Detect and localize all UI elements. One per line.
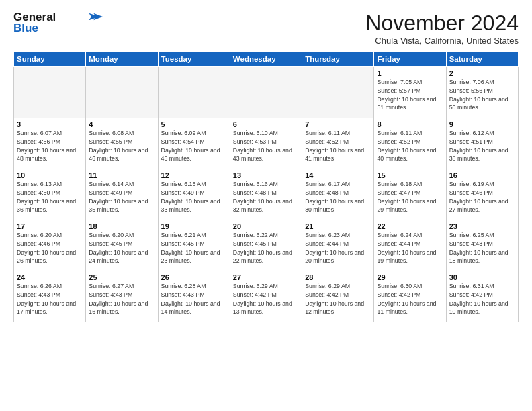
calendar-cell: 8Sunrise: 6:11 AM Sunset: 4:52 PM Daylig…	[374, 118, 446, 169]
calendar-cell: 15Sunrise: 6:18 AM Sunset: 4:47 PM Dayli…	[374, 169, 446, 220]
calendar-cell: 13Sunrise: 6:16 AM Sunset: 4:48 PM Dayli…	[230, 169, 302, 220]
title-block: November 2024 Chula Vista, California, U…	[365, 11, 519, 46]
day-info: Sunrise: 6:21 AM Sunset: 4:45 PM Dayligh…	[161, 231, 227, 265]
calendar-cell: 12Sunrise: 6:15 AM Sunset: 4:49 PM Dayli…	[158, 169, 230, 220]
day-number: 19	[161, 222, 227, 230]
day-number: 20	[233, 222, 299, 230]
day-info: Sunrise: 6:29 AM Sunset: 4:42 PM Dayligh…	[305, 282, 371, 316]
day-number: 30	[449, 273, 515, 281]
location: Chula Vista, California, United States	[365, 36, 519, 46]
day-info: Sunrise: 6:16 AM Sunset: 4:48 PM Dayligh…	[233, 180, 299, 214]
logo-icon	[87, 12, 103, 21]
calendar-cell: 19Sunrise: 6:21 AM Sunset: 4:45 PM Dayli…	[158, 220, 230, 271]
day-info: Sunrise: 6:26 AM Sunset: 4:43 PM Dayligh…	[17, 282, 83, 316]
day-info: Sunrise: 6:30 AM Sunset: 4:42 PM Dayligh…	[377, 282, 443, 316]
day-number: 29	[377, 273, 443, 281]
calendar-cell: 2Sunrise: 7:06 AM Sunset: 5:56 PM Daylig…	[446, 67, 518, 118]
day-number: 10	[17, 171, 83, 179]
calendar-cell: 7Sunrise: 6:11 AM Sunset: 4:52 PM Daylig…	[302, 118, 374, 169]
day-info: Sunrise: 6:25 AM Sunset: 4:43 PM Dayligh…	[449, 231, 515, 265]
day-info: Sunrise: 6:28 AM Sunset: 4:43 PM Dayligh…	[161, 282, 227, 316]
calendar-cell: 17Sunrise: 6:20 AM Sunset: 4:46 PM Dayli…	[14, 220, 86, 271]
logo-blue: Blue	[13, 21, 38, 35]
calendar-cell: 30Sunrise: 6:31 AM Sunset: 4:42 PM Dayli…	[446, 271, 518, 322]
day-number: 18	[89, 222, 154, 230]
calendar-cell: 14Sunrise: 6:17 AM Sunset: 4:48 PM Dayli…	[302, 169, 374, 220]
calendar-cell: 16Sunrise: 6:19 AM Sunset: 4:46 PM Dayli…	[446, 169, 518, 220]
day-number: 21	[305, 222, 371, 230]
calendar-cell	[230, 67, 302, 118]
month-title: November 2024	[365, 11, 519, 36]
day-info: Sunrise: 6:07 AM Sunset: 4:56 PM Dayligh…	[17, 129, 83, 163]
day-info: Sunrise: 6:27 AM Sunset: 4:43 PM Dayligh…	[89, 282, 154, 316]
day-number: 6	[233, 120, 299, 128]
day-info: Sunrise: 6:10 AM Sunset: 4:53 PM Dayligh…	[233, 129, 299, 163]
week-row-2: 3Sunrise: 6:07 AM Sunset: 4:56 PM Daylig…	[14, 118, 519, 169]
day-number: 5	[161, 120, 227, 128]
day-number: 16	[449, 171, 515, 179]
calendar-cell: 26Sunrise: 6:28 AM Sunset: 4:43 PM Dayli…	[158, 271, 230, 322]
week-row-4: 17Sunrise: 6:20 AM Sunset: 4:46 PM Dayli…	[14, 220, 519, 271]
day-info: Sunrise: 6:31 AM Sunset: 4:42 PM Dayligh…	[449, 282, 515, 316]
day-info: Sunrise: 6:13 AM Sunset: 4:50 PM Dayligh…	[17, 180, 83, 214]
day-number: 23	[449, 222, 515, 230]
day-number: 22	[377, 222, 443, 230]
calendar-cell: 3Sunrise: 6:07 AM Sunset: 4:56 PM Daylig…	[14, 118, 86, 169]
calendar-cell: 28Sunrise: 6:29 AM Sunset: 4:42 PM Dayli…	[302, 271, 374, 322]
calendar-cell	[14, 67, 86, 118]
logo: General Blue	[13, 11, 103, 35]
calendar-cell	[86, 67, 158, 118]
week-row-5: 24Sunrise: 6:26 AM Sunset: 4:43 PM Dayli…	[14, 271, 519, 322]
calendar-cell: 1Sunrise: 7:05 AM Sunset: 5:57 PM Daylig…	[374, 67, 446, 118]
header: General Blue November 2024 Chula Vista, …	[13, 11, 519, 46]
day-info: Sunrise: 6:18 AM Sunset: 4:47 PM Dayligh…	[377, 180, 443, 214]
day-number: 24	[17, 273, 83, 281]
day-number: 8	[377, 120, 443, 128]
col-wednesday: Wednesday	[230, 52, 302, 67]
day-info: Sunrise: 6:12 AM Sunset: 4:51 PM Dayligh…	[449, 129, 515, 163]
day-info: Sunrise: 6:15 AM Sunset: 4:49 PM Dayligh…	[161, 180, 227, 214]
day-info: Sunrise: 6:09 AM Sunset: 4:54 PM Dayligh…	[161, 129, 227, 163]
day-info: Sunrise: 7:06 AM Sunset: 5:56 PM Dayligh…	[449, 78, 515, 112]
day-number: 14	[305, 171, 371, 179]
calendar-cell: 9Sunrise: 6:12 AM Sunset: 4:51 PM Daylig…	[446, 118, 518, 169]
day-info: Sunrise: 6:20 AM Sunset: 4:46 PM Dayligh…	[17, 231, 83, 265]
week-row-3: 10Sunrise: 6:13 AM Sunset: 4:50 PM Dayli…	[14, 169, 519, 220]
day-number: 1	[377, 69, 443, 77]
day-info: Sunrise: 6:20 AM Sunset: 4:45 PM Dayligh…	[89, 231, 154, 265]
col-tuesday: Tuesday	[158, 52, 230, 67]
col-saturday: Saturday	[446, 52, 518, 67]
day-number: 2	[449, 69, 515, 77]
day-info: Sunrise: 6:29 AM Sunset: 4:42 PM Dayligh…	[233, 282, 299, 316]
calendar-header-row: Sunday Monday Tuesday Wednesday Thursday…	[14, 52, 519, 67]
calendar-cell: 24Sunrise: 6:26 AM Sunset: 4:43 PM Dayli…	[14, 271, 86, 322]
day-info: Sunrise: 6:14 AM Sunset: 4:49 PM Dayligh…	[89, 180, 154, 214]
calendar-cell: 22Sunrise: 6:24 AM Sunset: 4:44 PM Dayli…	[374, 220, 446, 271]
day-number: 7	[305, 120, 371, 128]
day-info: Sunrise: 6:24 AM Sunset: 4:44 PM Dayligh…	[377, 231, 443, 265]
day-number: 11	[89, 171, 154, 179]
day-number: 26	[161, 273, 227, 281]
day-number: 9	[449, 120, 515, 128]
day-number: 4	[89, 120, 154, 128]
day-number: 25	[89, 273, 154, 281]
calendar-cell: 21Sunrise: 6:23 AM Sunset: 4:44 PM Dayli…	[302, 220, 374, 271]
week-row-1: 1Sunrise: 7:05 AM Sunset: 5:57 PM Daylig…	[14, 67, 519, 118]
day-info: Sunrise: 6:11 AM Sunset: 4:52 PM Dayligh…	[377, 129, 443, 163]
calendar-cell: 6Sunrise: 6:10 AM Sunset: 4:53 PM Daylig…	[230, 118, 302, 169]
calendar-cell: 5Sunrise: 6:09 AM Sunset: 4:54 PM Daylig…	[158, 118, 230, 169]
calendar-cell: 23Sunrise: 6:25 AM Sunset: 4:43 PM Dayli…	[446, 220, 518, 271]
day-number: 12	[161, 171, 227, 179]
day-number: 27	[233, 273, 299, 281]
calendar-cell	[302, 67, 374, 118]
day-info: Sunrise: 6:08 AM Sunset: 4:55 PM Dayligh…	[89, 129, 154, 163]
calendar: Sunday Monday Tuesday Wednesday Thursday…	[13, 51, 519, 322]
calendar-cell: 10Sunrise: 6:13 AM Sunset: 4:50 PM Dayli…	[14, 169, 86, 220]
calendar-cell: 18Sunrise: 6:20 AM Sunset: 4:45 PM Dayli…	[86, 220, 158, 271]
page: General Blue November 2024 Chula Vista, …	[0, 0, 532, 411]
day-info: Sunrise: 6:23 AM Sunset: 4:44 PM Dayligh…	[305, 231, 371, 265]
col-thursday: Thursday	[302, 52, 374, 67]
calendar-cell: 4Sunrise: 6:08 AM Sunset: 4:55 PM Daylig…	[86, 118, 158, 169]
day-number: 17	[17, 222, 83, 230]
calendar-cell: 20Sunrise: 6:22 AM Sunset: 4:45 PM Dayli…	[230, 220, 302, 271]
